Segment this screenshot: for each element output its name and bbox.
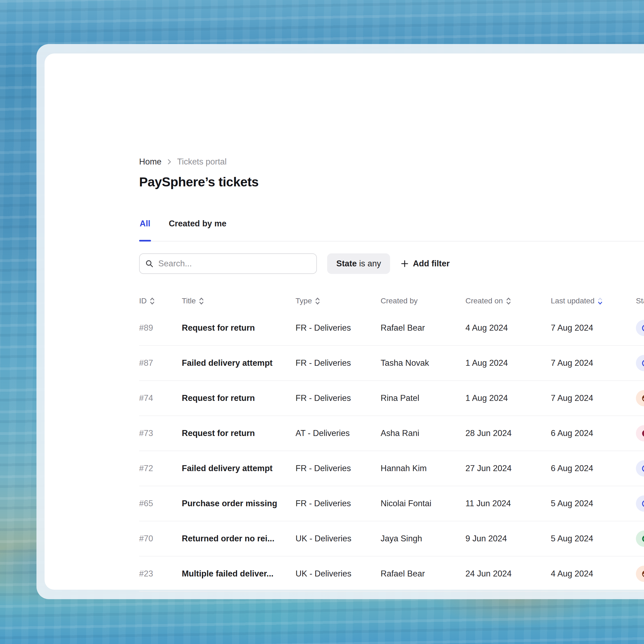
ticket-type: FR - Deliveries (296, 323, 381, 333)
ticket-created-on: 28 Jun 2024 (465, 428, 551, 438)
ticket-type: AT - Deliveries (296, 428, 381, 438)
filter-chip-field: State (336, 259, 357, 269)
ticket-title: Request for return (182, 323, 296, 333)
ticket-title: Request for return (182, 393, 296, 403)
state-progress-pie-icon (641, 570, 644, 578)
plus-icon (400, 259, 409, 268)
status-badge: Submitted (636, 460, 644, 477)
status-badge: Submitted (636, 355, 644, 371)
ticket-created-on: 11 Jun 2024 (465, 499, 551, 508)
ticket-last-updated: 7 Aug 2024 (551, 393, 636, 403)
toolbar: State is any Add filter (139, 253, 450, 274)
column-header-last_updated[interactable]: Last updated (551, 296, 636, 306)
status-badge: Submitted (636, 495, 644, 512)
chevron-right-icon (166, 158, 173, 165)
ticket-id: #74 (139, 393, 182, 403)
ticket-state-cell: Submitted (636, 460, 644, 477)
filter-chip-condition: is any (359, 259, 381, 269)
sort-icon (149, 296, 155, 306)
column-label: Last updated (551, 297, 595, 305)
add-filter-button[interactable]: Add filter (400, 259, 450, 269)
state-progress-pie-icon (641, 394, 644, 403)
breadcrumb: Home Tickets portal (139, 157, 227, 167)
search-icon (145, 259, 154, 268)
sort-icon (597, 296, 603, 306)
state-circle-icon (641, 359, 644, 367)
ticket-state-cell: Submitted (636, 355, 644, 371)
ticket-state-cell: Submitted (636, 320, 644, 336)
ticket-row[interactable]: #87Failed delivery attemptFR - Deliverie… (139, 346, 644, 381)
state-check-icon (641, 535, 644, 543)
tab-all[interactable]: All (139, 219, 151, 241)
search-input[interactable] (158, 259, 311, 269)
ticket-type: FR - Deliveries (296, 464, 381, 473)
ticket-type: FR - Deliveries (296, 499, 381, 508)
table-body: #89Request for returnFR - DeliveriesRafa… (139, 311, 644, 592)
ticket-last-updated: 6 Aug 2024 (551, 428, 636, 438)
column-header-id[interactable]: ID (139, 296, 182, 306)
tickets-table: IDTitleTypeCreated byCreated onLast upda… (139, 291, 644, 592)
tab-created-by-me[interactable]: Created by me (168, 219, 227, 241)
column-header-type[interactable]: Type (296, 296, 381, 306)
column-label: State (636, 297, 644, 305)
column-label: Title (182, 297, 196, 305)
column-header-title[interactable]: Title (182, 296, 296, 306)
ticket-created-by: Asha Rani (381, 428, 465, 438)
state-waiting-pie-icon (641, 429, 644, 438)
status-badge: Resolved (636, 531, 644, 547)
tab-bar: AllCreated by me (139, 219, 644, 241)
status-badge: Waiting on (636, 425, 644, 441)
ticket-state-cell: Submitted (636, 495, 644, 512)
status-badge: In progress (636, 566, 644, 582)
ticket-type: UK - Deliveries (296, 534, 381, 544)
ticket-id: #72 (139, 464, 182, 473)
sort-icon (199, 296, 204, 306)
ticket-id: #89 (139, 323, 182, 333)
ticket-last-updated: 7 Aug 2024 (551, 358, 636, 368)
ticket-id: #73 (139, 428, 182, 438)
ticket-created-on: 1 Aug 2024 (465, 393, 551, 403)
column-label: Created by (381, 297, 418, 305)
state-circle-icon (641, 324, 644, 332)
ticket-type: FR - Deliveries (296, 358, 381, 368)
ticket-row[interactable]: #23Multiple failed deliver...UK - Delive… (139, 556, 644, 592)
ticket-id: #65 (139, 499, 182, 508)
ticket-row[interactable]: #72Failed delivery attemptFR - Deliverie… (139, 451, 644, 486)
ticket-created-by: Jaya Singh (381, 534, 465, 544)
ticket-title: Request for return (182, 428, 296, 438)
ticket-created-on: 27 Jun 2024 (465, 464, 551, 473)
ticket-row[interactable]: #70Returned order no rei...UK - Deliveri… (139, 521, 644, 556)
ticket-row[interactable]: #74Request for returnFR - DeliveriesRina… (139, 381, 644, 416)
ticket-row[interactable]: #73Request for returnAT - DeliveriesAsha… (139, 416, 644, 451)
state-circle-icon (641, 499, 644, 508)
ticket-created-by: Tasha Novak (381, 358, 465, 368)
column-label: Type (296, 297, 312, 305)
ticket-id: #70 (139, 534, 182, 544)
ticket-title: Failed delivery attempt (182, 464, 296, 473)
search-box (139, 253, 317, 274)
ticket-last-updated: 4 Aug 2024 (551, 569, 636, 579)
ticket-state-cell: In progress (636, 390, 644, 406)
ticket-created-by: Hannah Kim (381, 464, 465, 473)
column-header-created_on[interactable]: Created on (465, 296, 551, 306)
column-header-state[interactable]: State (636, 296, 644, 306)
ticket-last-updated: 6 Aug 2024 (551, 464, 636, 473)
ticket-type: UK - Deliveries (296, 569, 381, 579)
ticket-row[interactable]: #65Purchase order missingFR - Deliveries… (139, 486, 644, 521)
breadcrumb-current: Tickets portal (177, 157, 227, 167)
ticket-created-by: Rafael Bear (381, 569, 465, 579)
ticket-state-cell: Waiting on (636, 425, 644, 441)
ticket-id: #87 (139, 358, 182, 368)
filter-chip-state[interactable]: State is any (327, 253, 390, 274)
ticket-title: Purchase order missing (182, 499, 296, 508)
ticket-last-updated: 7 Aug 2024 (551, 323, 636, 333)
add-filter-label: Add filter (413, 259, 450, 269)
ticket-title: Returned order no rei... (182, 534, 296, 544)
breadcrumb-home[interactable]: Home (139, 157, 162, 167)
sort-icon (315, 296, 320, 306)
ticket-row[interactable]: #89Request for returnFR - DeliveriesRafa… (139, 311, 644, 346)
column-header-created_by: Created by (381, 297, 465, 305)
ticket-last-updated: 5 Aug 2024 (551, 499, 636, 508)
ticket-created-on: 1 Aug 2024 (465, 358, 551, 368)
ticket-created-on: 24 Jun 2024 (465, 569, 551, 579)
